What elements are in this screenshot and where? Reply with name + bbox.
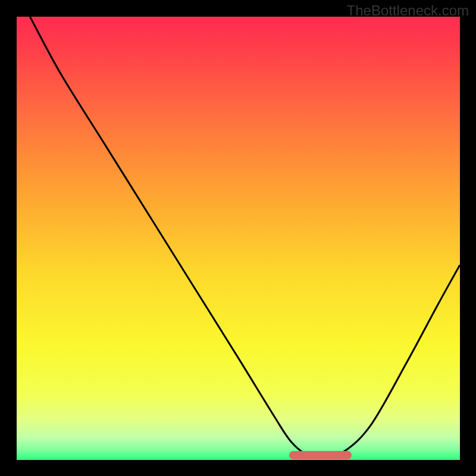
optimal-flat-marker [289, 451, 352, 459]
bottleneck-curve [17, 17, 460, 460]
plot-area [17, 17, 460, 460]
watermark-text: TheBottleneck.com [347, 2, 469, 19]
